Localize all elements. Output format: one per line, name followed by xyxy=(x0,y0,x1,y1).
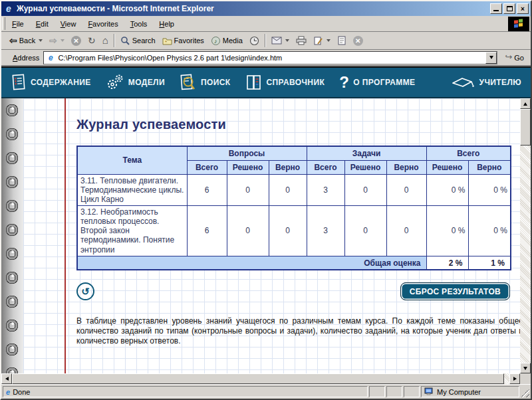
svg-text:♪: ♪ xyxy=(214,38,217,45)
vertical-scrollbar-thumb[interactable] xyxy=(520,109,531,146)
go-button[interactable]: ↪ Go xyxy=(501,50,529,65)
status-pane-empty-3 xyxy=(404,386,420,397)
title-bar: e Журнал успеваемости - Microsoft Intern… xyxy=(1,1,531,16)
stop-icon: ✕ xyxy=(71,36,81,46)
graduation-cap-icon xyxy=(449,74,475,91)
search-button[interactable]: Search xyxy=(117,33,159,49)
value-cell: 0 xyxy=(269,205,307,256)
address-label: Address xyxy=(7,54,43,62)
nav-item-about[interactable]: ? О ПРОГРАММЕ xyxy=(339,74,415,90)
svg-text:*: * xyxy=(165,39,167,45)
curved-arrow-icon: ↺ xyxy=(81,286,90,298)
stop-button[interactable]: ✕ xyxy=(68,33,84,49)
menu-tools[interactable]: Tools xyxy=(124,18,154,30)
forward-dropdown-caret[interactable] xyxy=(61,39,65,42)
nav-item-models[interactable]: МОДЕЛИ xyxy=(106,74,165,91)
menu-edit[interactable]: Edit xyxy=(30,18,55,30)
home-icon: ⌂ xyxy=(102,36,108,45)
minimize-button[interactable] xyxy=(490,3,502,14)
value-cell: 0 xyxy=(227,174,269,205)
subheader: Верно xyxy=(468,160,511,174)
media-button[interactable]: ♪ Media xyxy=(207,33,246,49)
address-dropdown-button[interactable] xyxy=(485,52,497,64)
scroll-down-button[interactable] xyxy=(520,363,531,373)
reset-results-label: СБРОС РЕЗУЛЬТАТОВ xyxy=(410,287,501,296)
vertical-scrollbar-track[interactable] xyxy=(520,146,531,363)
toolbar-grip[interactable] xyxy=(2,17,5,30)
group-header-problems: Задачи xyxy=(307,146,426,160)
menu-file[interactable]: File xyxy=(6,18,30,30)
go-label: Go xyxy=(514,54,524,62)
windows-flag-icon xyxy=(513,19,525,29)
close-button[interactable]: × xyxy=(517,3,529,14)
mail-button[interactable] xyxy=(268,33,293,49)
nav-item-search[interactable]: ПОИСК xyxy=(180,74,231,91)
toolbar-separator xyxy=(114,34,115,47)
horizontal-scrollbar[interactable] xyxy=(1,373,520,384)
subheader: Всего xyxy=(187,160,227,174)
subheader: Решено xyxy=(227,160,269,174)
page-ie-icon: e xyxy=(46,53,55,62)
forward-button[interactable]: ⇨ xyxy=(46,33,68,49)
table-description-text: В таблице представлен уровень знаний уча… xyxy=(76,316,520,346)
nav-item-teacher[interactable]: УЧИТЕЛЮ xyxy=(449,74,521,91)
value-cell: 6 xyxy=(187,205,227,256)
address-input[interactable]: e C:\Program Files\Physicon\Open Physics… xyxy=(43,51,497,64)
nav-label-teacher: УЧИТЕЛЮ xyxy=(479,78,521,87)
edit-button[interactable] xyxy=(310,33,334,49)
vertical-scrollbar[interactable] xyxy=(520,98,531,373)
nav-item-reference[interactable]: СПРАВОЧНИК xyxy=(245,74,325,91)
nav-label-reference: СПРАВОЧНИК xyxy=(267,78,325,87)
home-button[interactable]: ⌂ xyxy=(99,33,112,49)
status-pane-done: e Done xyxy=(3,386,368,397)
favorites-icon: * xyxy=(162,37,172,45)
scroll-right-button[interactable] xyxy=(509,373,520,384)
search-label: Search xyxy=(132,37,156,45)
back-up-circle-button[interactable]: ↺ xyxy=(76,282,94,300)
summary-solved-percent: 2 % xyxy=(426,256,468,270)
page-title: Журнал успеваемости xyxy=(76,117,515,132)
ie-logo-icon: e xyxy=(3,3,14,14)
back-dropdown-caret[interactable] xyxy=(39,39,43,42)
refresh-button[interactable]: ↻ xyxy=(84,33,99,49)
menu-view[interactable]: View xyxy=(55,18,82,30)
group-header-total: Всего xyxy=(426,146,511,160)
resize-grip[interactable] xyxy=(521,389,529,397)
summary-label: Общая оценка xyxy=(77,256,426,270)
summary-row: Общая оценка 2 % 1 % xyxy=(77,256,511,270)
horizontal-scrollbar-thumb[interactable] xyxy=(12,373,504,384)
favorites-label: Favorites xyxy=(174,37,204,45)
summary-correct-percent: 1 % xyxy=(468,256,511,270)
reset-results-button[interactable]: СБРОС РЕЗУЛЬТАТОВ xyxy=(400,282,510,300)
nav-label-models: МОДЕЛИ xyxy=(128,78,165,87)
mail-dropdown-caret[interactable] xyxy=(285,39,289,42)
edit-dropdown-caret[interactable] xyxy=(327,39,331,42)
status-bar: e Done My Computer xyxy=(1,384,531,399)
nav-item-contents[interactable]: СОДЕРЖАНИЕ xyxy=(11,74,91,91)
status-pane-empty-2 xyxy=(386,386,402,397)
maximize-button[interactable] xyxy=(503,3,515,14)
menu-favorites[interactable]: Favorites xyxy=(82,18,124,30)
address-value[interactable]: C:\Program Files\Physicon\Open Physics 2… xyxy=(58,54,485,62)
menu-help[interactable]: Help xyxy=(153,18,180,30)
favorites-button[interactable]: * Favorites xyxy=(159,33,207,49)
history-button[interactable] xyxy=(246,33,263,49)
percent-cell: 0 % xyxy=(426,174,468,205)
print-button[interactable] xyxy=(293,33,310,49)
percent-cell: 0 % xyxy=(468,205,511,256)
value-cell: 3 xyxy=(307,205,344,256)
back-button[interactable]: ⇦ Back xyxy=(6,33,46,49)
nav-label-about: О ПРОГРАММЕ xyxy=(353,78,415,87)
discuss-button[interactable] xyxy=(334,33,350,49)
scroll-up-button[interactable] xyxy=(520,98,531,109)
status-pane-zone: My Computer xyxy=(421,386,519,397)
subheader: Всего xyxy=(307,160,344,174)
messenger-button[interactable]: ✕ xyxy=(350,33,366,49)
value-cell: 6 xyxy=(187,174,227,205)
gears-icon xyxy=(106,74,124,91)
app-navigation-bar: СОДЕРЖАНИЕ МОДЕЛИ ПОИСК xyxy=(1,66,531,98)
scroll-left-button[interactable] xyxy=(1,373,12,384)
value-cell: 0 xyxy=(269,174,307,205)
group-header-questions: Вопросы xyxy=(187,146,307,160)
standard-toolbar: ⇦ Back ⇨ ✕ ↻ ⌂ Search * xyxy=(1,32,531,50)
